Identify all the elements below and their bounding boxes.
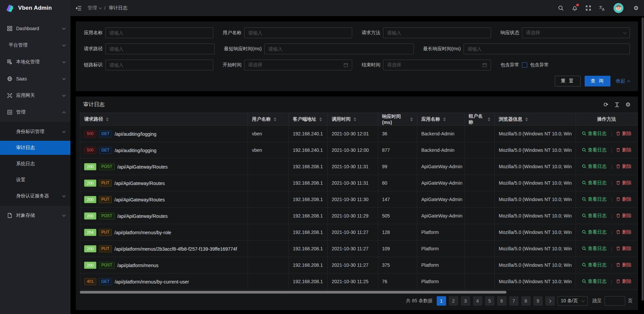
request-method-input[interactable] bbox=[383, 27, 491, 38]
delete-button[interactable]: 删除 bbox=[616, 196, 631, 202]
logo[interactable]: Vben Admin bbox=[0, 0, 70, 16]
filter-field-request-path: 请求路径 bbox=[84, 44, 215, 54]
view-log-button[interactable]: 查看日志 bbox=[582, 196, 607, 202]
cell-duration: 505 bbox=[378, 208, 417, 224]
page-size-select[interactable]: 10 条/页 bbox=[557, 296, 588, 306]
view-log-button[interactable]: 查看日志 bbox=[582, 131, 607, 137]
breadcrumb-section[interactable]: 管理 bbox=[88, 5, 101, 11]
delete-button[interactable]: 删除 bbox=[616, 262, 631, 268]
cell-app: ApiGateWay-Admin bbox=[417, 191, 465, 208]
horizontal-scrollbar-thumb[interactable] bbox=[80, 291, 506, 294]
trace-id-input[interactable] bbox=[105, 60, 213, 70]
page-button-3[interactable]: 3 bbox=[461, 296, 470, 306]
col-header-call-time[interactable]: 调用时间 bbox=[328, 113, 378, 126]
col-header-response-time[interactable]: 响应时间(ms) bbox=[378, 113, 417, 126]
sort-icon[interactable] bbox=[274, 117, 276, 121]
sidebar-item-dashboard[interactable]: Dashboard bbox=[0, 21, 70, 36]
translate-icon[interactable]: 文 A bbox=[599, 5, 605, 11]
sort-icon[interactable] bbox=[319, 117, 322, 121]
delete-button[interactable]: 删除 bbox=[616, 147, 631, 153]
jump-to-page-input[interactable] bbox=[604, 296, 625, 306]
end-time-picker[interactable]: 请选择 bbox=[383, 60, 491, 70]
cell-client: 192.168.208.1 bbox=[289, 191, 328, 208]
col-header-browser-info[interactable]: 浏览器信息 bbox=[495, 113, 576, 126]
sidebar-item-identity-management[interactable]: 身份标识管理 bbox=[0, 125, 70, 139]
delete-button[interactable]: 删除 bbox=[616, 246, 631, 252]
view-log-button[interactable]: 查看日志 bbox=[582, 246, 607, 252]
search-icon[interactable] bbox=[558, 5, 564, 11]
start-time-picker[interactable]: 请选择 bbox=[244, 60, 352, 70]
vertical-scrollbar-thumb[interactable] bbox=[642, 17, 644, 301]
query-button[interactable]: 查 询 bbox=[585, 76, 610, 86]
gear-icon[interactable]: ⚙ bbox=[634, 5, 639, 11]
refresh-icon[interactable]: ⟳ bbox=[604, 102, 608, 108]
delete-button[interactable]: 删除 bbox=[616, 131, 631, 137]
sidebar-item-system-log[interactable]: 系统日志 bbox=[0, 157, 70, 171]
response-status-select[interactable]: 请选择 bbox=[522, 27, 630, 38]
delete-button[interactable]: 删除 bbox=[616, 180, 631, 186]
sidebar-item-localization[interactable]: 本地化管理 bbox=[0, 55, 70, 69]
sidebar-item-management[interactable]: 管理 bbox=[0, 105, 70, 119]
sidebar-item-object-storage[interactable]: 对象存储 bbox=[0, 208, 70, 223]
collapse-sidebar-icon[interactable] bbox=[76, 6, 82, 11]
col-header-app-name[interactable]: 应用名称 bbox=[417, 113, 465, 126]
view-log-button[interactable]: 查看日志 bbox=[582, 164, 607, 170]
view-log-button[interactable]: 查看日志 bbox=[582, 147, 607, 153]
sort-icon[interactable] bbox=[354, 117, 356, 121]
sidebar-item-settings[interactable]: 设置 bbox=[0, 173, 70, 187]
sort-icon[interactable] bbox=[443, 117, 446, 121]
delete-button[interactable]: 删除 bbox=[616, 213, 631, 219]
col-header-client-address[interactable]: 客户端地址 bbox=[289, 113, 328, 126]
max-response-time-input[interactable] bbox=[464, 44, 630, 54]
delete-button[interactable]: 删除 bbox=[616, 278, 631, 285]
avatar[interactable] bbox=[613, 3, 624, 13]
next-page-button[interactable] bbox=[545, 296, 555, 306]
sidebar-item-platform[interactable]: 平台管理 bbox=[0, 38, 70, 52]
page-button-2[interactable]: 2 bbox=[449, 296, 458, 306]
view-log-button[interactable]: 查看日志 bbox=[582, 278, 607, 285]
col-header-request-path[interactable]: 请求路径 bbox=[80, 113, 248, 126]
request-path-input[interactable] bbox=[105, 44, 215, 54]
sidebar-item-identity-server[interactable]: 身份认证服务器 bbox=[0, 189, 70, 203]
page-button-7[interactable]: 7 bbox=[509, 296, 519, 306]
filter-field-include-exception: 包含异常 包含异常 bbox=[500, 60, 630, 70]
row-height-icon[interactable] bbox=[614, 102, 620, 107]
sidebar-item-saas[interactable]: Saas bbox=[0, 72, 70, 86]
col-header-user-name[interactable]: 用户名称 bbox=[248, 113, 289, 126]
sort-icon[interactable] bbox=[488, 117, 490, 121]
filter-field-start-time: 开始时间 请选择 bbox=[223, 60, 352, 70]
sidebar-item-audit-log[interactable]: 审计日志 bbox=[0, 141, 70, 155]
view-log-button[interactable]: 查看日志 bbox=[582, 180, 607, 186]
cell-user bbox=[248, 224, 289, 241]
sort-icon[interactable] bbox=[410, 117, 413, 121]
sidebar-item-gateway[interactable]: 应用网关 bbox=[0, 88, 70, 103]
app-name-input[interactable] bbox=[105, 27, 213, 38]
cell-app: Platform bbox=[417, 273, 465, 290]
chevron-down-icon bbox=[62, 43, 66, 47]
sort-icon[interactable] bbox=[525, 117, 528, 121]
cell-request-path: 500GET/api/auditing/logging bbox=[80, 126, 248, 142]
cell-tenant bbox=[465, 241, 495, 257]
sidebar-menu: Dashboard 平台管理 本地化管理 bbox=[0, 16, 70, 225]
page-button-1[interactable]: 1 bbox=[437, 296, 446, 306]
page-button-5[interactable]: 5 bbox=[485, 296, 494, 306]
bell-icon[interactable] bbox=[572, 5, 578, 11]
collapse-form-link[interactable]: 收起 bbox=[616, 78, 630, 84]
fullscreen-icon[interactable] bbox=[586, 5, 591, 11]
include-exception-checkbox[interactable] bbox=[522, 62, 527, 68]
page-button-4[interactable]: 4 bbox=[473, 296, 482, 306]
view-log-button[interactable]: 查看日志 bbox=[582, 229, 607, 235]
page-button-6[interactable]: 6 bbox=[497, 296, 506, 306]
reset-button[interactable]: 重 置 bbox=[555, 76, 581, 86]
user-name-input[interactable] bbox=[244, 27, 352, 38]
delete-button[interactable]: 删除 bbox=[616, 229, 631, 235]
column-settings-icon[interactable]: ⚙ bbox=[626, 102, 631, 108]
min-response-time-input[interactable] bbox=[264, 44, 414, 54]
page-button-9[interactable]: 9 bbox=[533, 296, 543, 306]
sort-icon[interactable] bbox=[106, 117, 109, 121]
view-log-button[interactable]: 查看日志 bbox=[582, 213, 607, 219]
view-log-button[interactable]: 查看日志 bbox=[582, 262, 607, 268]
delete-button[interactable]: 删除 bbox=[616, 164, 631, 170]
page-button-8[interactable]: 8 bbox=[521, 296, 531, 306]
col-header-tenant-name[interactable]: 租户名称 bbox=[465, 113, 495, 126]
